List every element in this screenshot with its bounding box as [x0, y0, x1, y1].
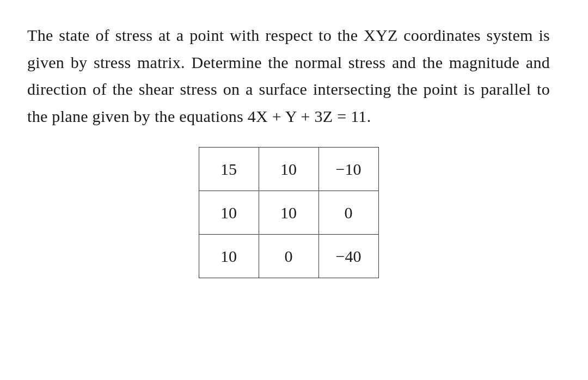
problem-statement: The state of stress at a point with resp… — [27, 22, 550, 130]
matrix-cell-2-1: 0 — [259, 235, 318, 278]
matrix-container: 1510−1010100100−40 — [27, 147, 550, 278]
matrix-cell-1-2: 0 — [318, 191, 378, 235]
matrix-cell-0-1: 10 — [259, 148, 318, 191]
matrix-cell-0-2: −10 — [318, 148, 378, 191]
matrix-row: 1510−10 — [199, 148, 378, 191]
matrix-cell-1-0: 10 — [199, 191, 259, 235]
matrix-cell-2-2: −40 — [318, 235, 378, 278]
content-wrapper: The state of stress at a point with resp… — [27, 22, 550, 278]
matrix-cell-1-1: 10 — [259, 191, 318, 235]
matrix-row: 100−40 — [199, 235, 378, 278]
stress-matrix: 1510−1010100100−40 — [199, 147, 379, 278]
matrix-row: 10100 — [199, 191, 378, 235]
matrix-cell-2-0: 10 — [199, 235, 259, 278]
matrix-cell-0-0: 15 — [199, 148, 259, 191]
